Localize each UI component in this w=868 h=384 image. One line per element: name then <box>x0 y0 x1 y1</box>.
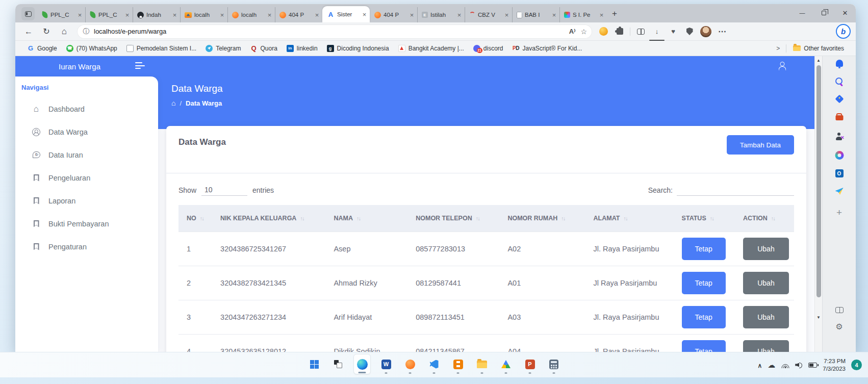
split-screen-icon[interactable] <box>835 307 844 313</box>
toolbox-icon[interactable] <box>835 115 843 120</box>
page-size-input[interactable] <box>201 184 247 196</box>
bookmark-discord[interactable]: 21discord <box>469 43 508 54</box>
close-icon[interactable] <box>124 11 131 19</box>
browser-essentials-icon[interactable] <box>666 24 680 39</box>
status-tetap-button[interactable]: Tetap <box>682 306 726 328</box>
column-header-action[interactable]: ACTION <box>738 205 794 232</box>
hidden-icons-chevron[interactable] <box>757 361 762 370</box>
tab-404-2[interactable]: 404 P <box>370 7 417 22</box>
close-icon[interactable] <box>314 11 320 19</box>
tab-figma[interactable]: S I. Pe <box>559 7 607 22</box>
status-tetap-button[interactable]: Tetap <box>682 272 726 294</box>
extension-lion-icon[interactable] <box>596 24 610 39</box>
column-header-rumah[interactable]: NOMOR RUMAH <box>502 205 588 232</box>
notification-badge[interactable]: 4 <box>851 360 862 370</box>
shopping-tag-icon[interactable] <box>835 95 844 104</box>
home-icon[interactable] <box>57 24 71 39</box>
sidebar-item-bukti-pembayaran[interactable]: Bukti Pembayaran <box>19 212 154 235</box>
breadcrumb-home-icon[interactable] <box>171 99 175 107</box>
close-icon[interactable] <box>598 11 605 19</box>
status-tetap-button[interactable]: Tetap <box>682 238 726 260</box>
file-explorer-button[interactable] <box>473 354 491 374</box>
bookmarks-overflow-chevron[interactable] <box>772 45 784 52</box>
sort-icon[interactable] <box>771 215 775 221</box>
close-icon[interactable] <box>219 11 225 19</box>
ubah-button[interactable]: Ubah <box>743 272 789 294</box>
word-taskbar-button[interactable] <box>377 354 395 374</box>
tab-phpmyadmin[interactable]: localh <box>180 7 227 22</box>
downloads-icon[interactable] <box>650 24 664 39</box>
close-icon[interactable] <box>551 11 557 19</box>
tab-bab[interactable]: BAB I <box>512 7 559 22</box>
powerpoint-taskbar-button[interactable] <box>521 354 539 374</box>
url-text[interactable]: localhost/e-perum/warga <box>94 28 564 35</box>
scroll-up-icon[interactable] <box>815 58 822 63</box>
edge-taskbar-button[interactable] <box>353 354 371 374</box>
volume-icon[interactable] <box>795 362 803 368</box>
copilot-icon[interactable] <box>836 24 851 39</box>
calculator-taskbar-button[interactable] <box>545 354 563 374</box>
scrollbar-thumb[interactable] <box>816 65 821 297</box>
sort-icon[interactable] <box>300 215 304 221</box>
sidebar-item-data-warga[interactable]: Data Warga <box>19 120 154 143</box>
battery-pen-icon[interactable] <box>808 363 817 368</box>
refresh-icon[interactable] <box>39 24 54 39</box>
tab-localhost[interactable]: localh <box>227 7 275 22</box>
bookmark-javascript[interactable]: PDJavaScript® For Kid... <box>508 43 587 54</box>
drive-taskbar-button[interactable] <box>497 354 515 374</box>
column-header-no[interactable]: NO <box>178 205 215 232</box>
sidebar-item-data-iuran[interactable]: Data Iuran <box>19 143 154 166</box>
restore-button[interactable] <box>813 4 834 21</box>
sort-icon[interactable] <box>476 215 480 221</box>
shield-icon[interactable] <box>682 24 697 39</box>
bookmark-telegram[interactable]: Telegram <box>201 43 245 54</box>
add-icon[interactable] <box>836 207 842 218</box>
tab-sistem-active[interactable]: Sister <box>322 6 370 22</box>
column-header-telepon[interactable]: NOMOR TELEPON <box>411 205 502 232</box>
user-menu-icon[interactable] <box>778 62 786 70</box>
tab-cbz[interactable]: CBZ V <box>465 7 512 22</box>
wifi-icon[interactable] <box>781 362 789 368</box>
start-button[interactable] <box>305 354 323 374</box>
close-icon[interactable] <box>503 11 510 19</box>
bookmark-quora[interactable]: Quora <box>246 43 282 54</box>
vscode-taskbar-button[interactable] <box>425 354 443 374</box>
tab-istilah[interactable]: Istilah <box>417 7 465 22</box>
tab-ppl-1[interactable]: PPL_C <box>38 7 85 22</box>
back-icon[interactable] <box>21 24 36 39</box>
tambah-data-button[interactable]: Tambah Data <box>727 135 794 155</box>
person-x-icon[interactable] <box>835 133 844 140</box>
bookmark-pemodelan[interactable]: Pemodelan Sistem I... <box>122 43 201 54</box>
status-tetap-button[interactable]: Tetap <box>682 340 726 352</box>
column-header-nik[interactable]: NIK KEPALA KELUARGA <box>215 205 328 232</box>
close-icon[interactable] <box>361 11 368 18</box>
onedrive-cloud-icon[interactable] <box>768 361 775 370</box>
ubah-button[interactable]: Ubah <box>743 340 789 352</box>
hamburger-icon[interactable] <box>135 62 145 71</box>
close-icon[interactable] <box>456 11 463 19</box>
sort-icon[interactable] <box>356 215 361 221</box>
drop-icon[interactable] <box>835 188 844 195</box>
bookmark-linkedin[interactable]: linkedin <box>282 43 322 54</box>
bookmark-whatsapp[interactable]: (70) WhatsApp <box>62 43 122 54</box>
close-icon[interactable] <box>76 11 83 19</box>
task-view-button[interactable] <box>329 354 347 374</box>
tab-actions-button[interactable] <box>21 7 35 20</box>
bookmark-bangkit[interactable]: Bangkit Academy |... <box>394 43 469 54</box>
site-info-icon[interactable] <box>82 28 90 36</box>
favorite-star-icon[interactable] <box>580 28 587 36</box>
search-icon[interactable] <box>835 78 844 86</box>
split-screen-icon[interactable] <box>633 24 648 39</box>
sidebar-item-dashboard[interactable]: Dashboard <box>19 97 154 120</box>
sidebar-item-laporan[interactable]: Laporan <box>19 189 154 212</box>
column-header-status[interactable]: STATUS <box>677 205 738 232</box>
sort-icon[interactable] <box>200 215 204 221</box>
ubah-button[interactable]: Ubah <box>743 306 789 328</box>
scroll-down-icon[interactable] <box>815 315 822 320</box>
microsoft365-icon[interactable] <box>835 151 844 160</box>
outlook-icon[interactable] <box>835 169 844 177</box>
minimize-button[interactable] <box>792 4 813 21</box>
sort-icon[interactable] <box>561 215 565 221</box>
more-menu-icon[interactable] <box>715 24 729 39</box>
column-header-alamat[interactable]: ALAMAT <box>589 205 677 232</box>
